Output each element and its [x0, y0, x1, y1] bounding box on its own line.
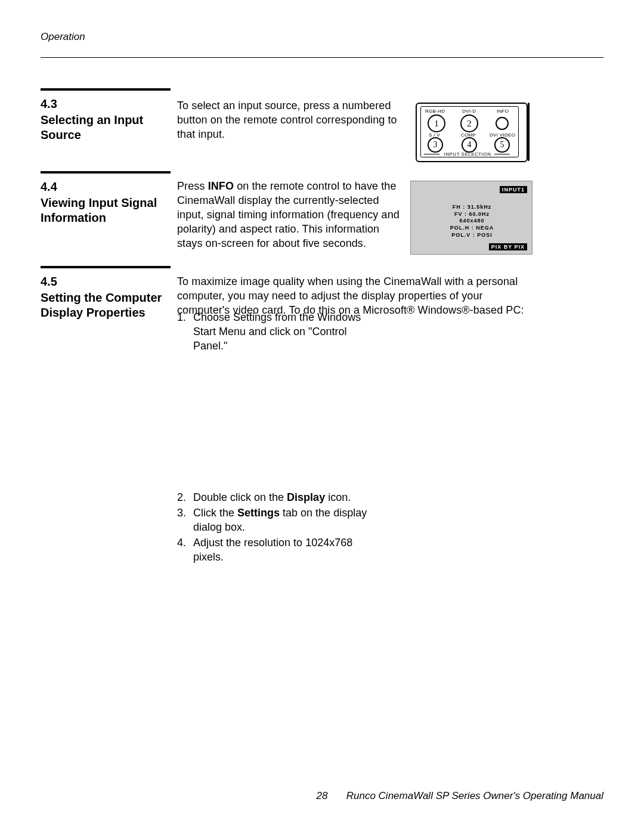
remote-edge [528, 103, 530, 161]
page-header-section: Operation [41, 31, 85, 43]
remote-button-4[interactable]: 4 [462, 137, 477, 153]
osd-line-3: 640x480 [441, 218, 503, 225]
step-2-text: Double click on the Display icon. [193, 490, 378, 504]
step-2-pre: Double click on the [193, 491, 287, 503]
osd-line-1: FH : 31.5kHz [441, 204, 503, 211]
remote-button-1[interactable]: 1 [428, 114, 445, 132]
remote-footer-text: INPUT SELECTION [442, 151, 493, 157]
step-2-number: 2. [177, 490, 190, 504]
step-3: 3. Click the Settings tab on the display… [177, 506, 378, 534]
step-3-bold: Settings [237, 507, 280, 519]
step-3-text: Click the Settings tab on the display di… [193, 506, 378, 534]
section-4-4-body-bold: INFO [208, 180, 234, 192]
step-4-text: Adjust the resolution to 1024x768 pixels… [193, 535, 378, 564]
label-rgbhd: RGB-HD [425, 109, 445, 114]
step-1: 1. Choose Settings from the Windows Star… [177, 310, 378, 353]
section-4-4-body-pre: Press [177, 180, 208, 192]
remote-control-figure: RGB-HD DVI-D INFO 1 2 S / V COMP DVI VID… [416, 103, 532, 161]
osd-line-4: POL.H : NEGA [441, 225, 503, 232]
section-4-3-number: 4.3 [41, 97, 171, 112]
remote-button-3[interactable]: 3 [428, 137, 443, 153]
section-4-3-heading: 4.3 Selecting an Input Source [41, 88, 171, 143]
label-dvid: DVI-D [462, 109, 476, 114]
section-4-5-title: Setting the Computer Display Properties [41, 291, 162, 319]
step-2-post: icon. [325, 491, 351, 503]
section-4-4-heading: 4.4 Viewing Input Signal Information [41, 171, 171, 225]
header-rule [41, 57, 603, 58]
step-2-bold: Display [287, 491, 325, 503]
osd-info-figure: INPUT1 FH : 31.5kHz FV : 60.0Hz 640x480 … [410, 181, 532, 255]
remote-button-info[interactable] [496, 117, 509, 130]
section-4-4-body: Press INFO on the remote control to have… [177, 179, 404, 250]
osd-badge-pix: PIX BY PIX [489, 243, 527, 250]
step-4: 4. Adjust the resolution to 1024x768 pix… [177, 535, 378, 564]
osd-center-text: FH : 31.5kHz FV : 60.0Hz 640x480 POL.H :… [441, 204, 503, 239]
section-4-3-title: Selecting an Input Source [41, 113, 143, 141]
section-4-3-body: To select an input source, press a numbe… [177, 98, 398, 141]
remote-button-2[interactable]: 2 [460, 114, 478, 132]
section-4-4-title: Viewing Input Signal Information [41, 196, 157, 224]
section-4-5-number: 4.5 [41, 274, 171, 289]
step-4-number: 4. [177, 535, 190, 550]
step-1-text: Choose Settings from the Windows Start M… [193, 310, 378, 353]
osd-line-5: POL.V : POSI [441, 232, 503, 239]
step-3-pre: Click the [193, 507, 237, 519]
step-3-number: 3. [177, 506, 190, 520]
osd-badge-input: INPUT1 [500, 186, 527, 193]
remote-footer-line-right [494, 154, 510, 154]
section-4-5-heading: 4.5 Setting the Computer Display Propert… [41, 266, 171, 320]
manual-title-footer: Runco CinemaWall SP Series Owner's Opera… [346, 790, 603, 802]
step-2: 2. Double click on the Display icon. [177, 490, 378, 504]
section-4-4-number: 4.4 [41, 179, 171, 194]
step-1-number: 1. [177, 310, 190, 324]
label-info: INFO [497, 109, 509, 114]
remote-button-5[interactable]: 5 [494, 137, 510, 153]
remote-footer-line-left [424, 154, 439, 154]
osd-line-2: FV : 60.0Hz [441, 211, 503, 218]
